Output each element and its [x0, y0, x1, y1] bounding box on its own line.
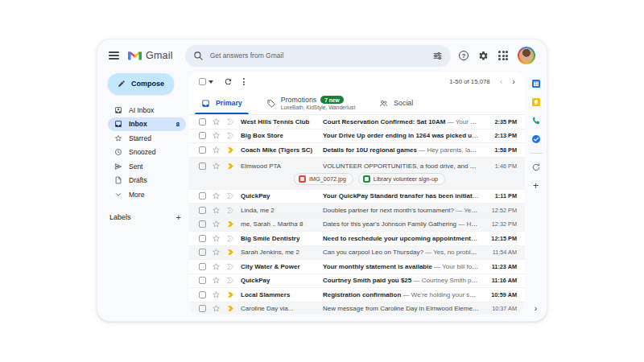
more-options-icon[interactable]	[243, 78, 245, 85]
select-all-checkbox[interactable]	[199, 78, 213, 85]
star-icon[interactable]	[212, 162, 221, 171]
calendar-icon[interactable]: 31	[531, 79, 541, 88]
email-subject-snippet: Registration confirmation — We're holdin…	[323, 291, 479, 298]
account-avatar[interactable]	[518, 47, 535, 64]
settings-gear-icon[interactable]	[478, 51, 489, 61]
sidebar-item-snoozed[interactable]: Snoozed	[108, 146, 186, 160]
attachment-chip[interactable]: IMG_0072.jpg	[294, 173, 353, 185]
email-subject-snippet: New message from Caroline Day in Elmwood…	[323, 305, 479, 312]
compose-button[interactable]: Compose	[108, 73, 174, 94]
email-checkbox[interactable]	[199, 263, 206, 270]
star-icon[interactable]	[212, 290, 221, 299]
email-row[interactable]: me, Sarah .. Martha 8Dates for this year…	[189, 218, 525, 232]
importance-marker-on-icon[interactable]	[226, 220, 235, 228]
importance-marker-on-icon[interactable]	[226, 304, 235, 313]
email-sender: QuickPay	[241, 192, 317, 200]
tasks-icon[interactable]	[531, 134, 541, 144]
star-icon[interactable]	[212, 146, 221, 154]
email-row[interactable]: City Water & PowerYour monthly statement…	[189, 260, 525, 274]
star-icon[interactable]	[212, 191, 221, 200]
attachment-chip[interactable]: Library volunteer sign-up	[358, 173, 445, 185]
star-icon[interactable]	[212, 262, 221, 271]
email-checkbox[interactable]	[199, 162, 206, 170]
tab-primary[interactable]: Primary	[189, 92, 254, 114]
email-row[interactable]: Caroline Day via...New message from Caro…	[189, 302, 525, 315]
star-icon[interactable]	[212, 220, 221, 228]
email-snippet: — Hi fam! Throwing out a few dates for o…	[456, 220, 479, 228]
importance-marker-icon[interactable]	[226, 262, 235, 271]
attachment-chips: IMG_0072.jpgLibrary volunteer sign-up	[199, 173, 517, 185]
importance-marker-icon[interactable]	[226, 276, 235, 285]
collapse-side-panel-icon[interactable]: ›	[535, 304, 537, 313]
importance-marker-icon[interactable]	[226, 191, 235, 200]
importance-marker-icon[interactable]	[226, 234, 235, 243]
email-time: 12:15 PM	[485, 235, 517, 242]
importance-marker-on-icon[interactable]	[226, 248, 235, 257]
email-checkbox[interactable]	[199, 192, 206, 200]
addon-refresh-icon[interactable]	[531, 162, 541, 172]
email-checkbox[interactable]	[199, 220, 206, 228]
sidebar-item-ai-inbox[interactable]: AI Inbox	[108, 103, 186, 117]
older-page-icon[interactable]: ›	[512, 77, 515, 86]
search-bar[interactable]	[185, 45, 451, 67]
email-checkbox[interactable]	[199, 146, 206, 154]
email-row[interactable]: Sarah Jenkins, me 2Can you carpool Leo o…	[189, 246, 525, 261]
search-filters-icon[interactable]	[432, 51, 443, 61]
sidebar-item-more[interactable]: More	[108, 187, 186, 202]
email-checkbox[interactable]	[199, 235, 206, 242]
email-row[interactable]: QuickPayCourtney Smith paid you $25 — Co…	[189, 274, 525, 289]
star-icon[interactable]	[212, 117, 221, 126]
email-checkbox[interactable]	[199, 118, 206, 125]
star-icon[interactable]	[212, 131, 221, 140]
star-icon[interactable]	[212, 276, 221, 285]
importance-marker-icon[interactable]	[226, 206, 235, 215]
email-row[interactable]: Linda, me 2Doubles partner for next mont…	[189, 204, 525, 218]
select-dropdown-icon[interactable]	[208, 80, 213, 84]
sidebar-item-sent[interactable]: Sent	[108, 159, 186, 174]
email-row[interactable]: QuickPayYour QuickPay Standard transfer …	[189, 190, 525, 204]
importance-marker-icon[interactable]	[226, 117, 235, 126]
labels-title: Labels	[109, 213, 131, 221]
email-row[interactable]: Coach Mike (Tigers SC)Details for 10U re…	[189, 143, 525, 158]
sidebar-item-starred[interactable]: Starred	[108, 131, 186, 146]
email-snippet: — Yes! I'd love to. Can't wait to play t…	[454, 207, 479, 214]
sidebar-item-drafts[interactable]: Drafts	[108, 174, 186, 188]
newer-page-icon[interactable]: ‹	[500, 77, 503, 86]
help-icon[interactable]: ?	[459, 51, 469, 60]
star-icon[interactable]	[212, 248, 221, 257]
email-checkbox[interactable]	[199, 249, 206, 256]
main-menu-icon[interactable]	[109, 51, 119, 60]
sidebar: Compose AI InboxInbox8StarredSnoozedSent…	[97, 72, 189, 321]
inbox-icon	[114, 120, 122, 128]
email-sender: Elmwood PTA	[241, 162, 317, 170]
tab-social[interactable]: Social	[367, 92, 425, 114]
importance-marker-on-icon[interactable]	[226, 146, 235, 154]
voice-icon[interactable]	[531, 116, 541, 125]
email-row[interactable]: Big Box StoreYour Drive Up order ending …	[189, 130, 525, 144]
keep-icon[interactable]	[531, 97, 541, 107]
importance-marker-icon[interactable]	[226, 131, 235, 140]
google-apps-icon[interactable]	[498, 51, 508, 60]
refresh-icon[interactable]	[224, 77, 233, 86]
email-row[interactable]: West Hills Tennis ClubCourt Reservation …	[189, 115, 525, 130]
star-icon[interactable]	[212, 234, 221, 243]
star-icon[interactable]	[212, 206, 221, 215]
importance-marker-on-icon[interactable]	[226, 162, 235, 171]
email-row[interactable]: Elmwood PTAVOLUNTEER OPPORTUNITIES, a fo…	[189, 158, 525, 190]
search-input[interactable]	[210, 51, 426, 60]
importance-marker-on-icon[interactable]	[226, 290, 235, 299]
email-snippet: — Courtney Smith paid you for Mom's 🍷 Ni…	[411, 277, 479, 284]
email-checkbox[interactable]	[199, 305, 206, 312]
get-addons-icon[interactable]: +	[533, 181, 539, 191]
sidebar-item-inbox[interactable]: Inbox8	[108, 117, 186, 132]
email-row[interactable]: Local SlammersRegistration confirmation …	[189, 288, 525, 302]
sidebar-item-label: Sent	[129, 162, 143, 171]
tab-promotions[interactable]: Promotions7 newLuxeBath, KidStyle, Wande…	[254, 92, 367, 114]
create-label-icon[interactable]: +	[176, 213, 181, 222]
email-row[interactable]: Big Smile DentistryNeed to reschedule yo…	[189, 232, 525, 246]
star-icon[interactable]	[212, 304, 221, 313]
email-checkbox[interactable]	[199, 132, 206, 139]
email-checkbox[interactable]	[199, 291, 206, 298]
email-checkbox[interactable]	[199, 277, 206, 284]
email-checkbox[interactable]	[199, 207, 206, 214]
